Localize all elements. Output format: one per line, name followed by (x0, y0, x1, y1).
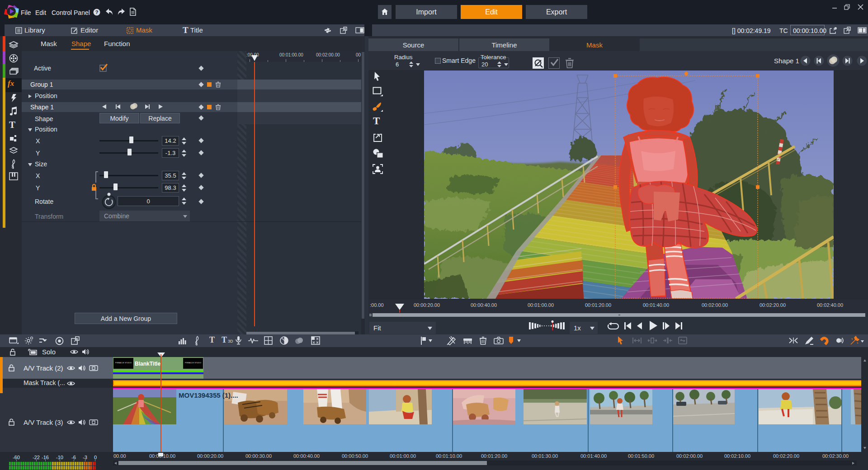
svg-text:?: ? (95, 9, 99, 15)
